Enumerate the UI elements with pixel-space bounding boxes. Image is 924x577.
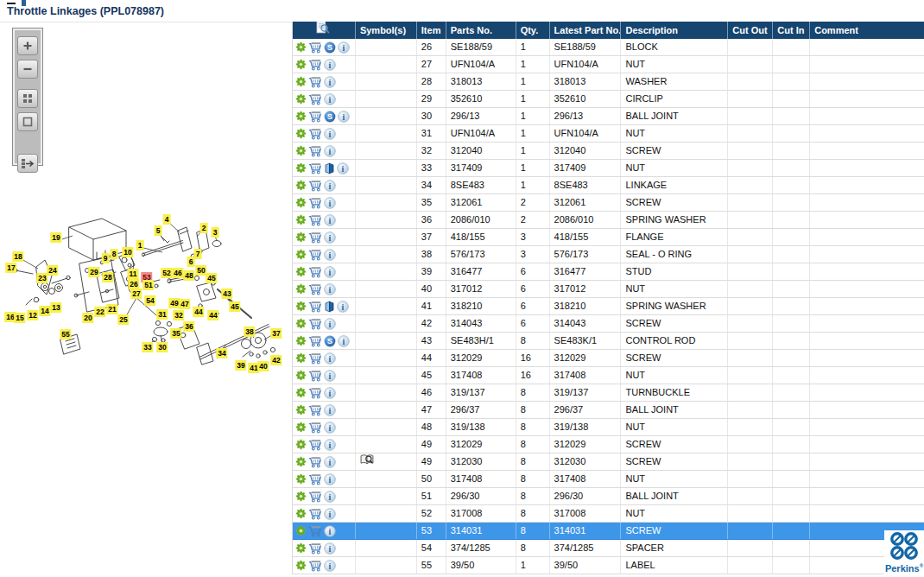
diagram-label-42[interactable]: 42	[270, 355, 282, 365]
gear-icon[interactable]	[295, 335, 307, 346]
table-row[interactable]: i283180131318013WASHER	[293, 73, 924, 91]
table-row[interactable]: i493120298312029SCREW	[293, 436, 924, 453]
cart-icon[interactable]	[308, 59, 322, 71]
gear-icon[interactable]	[295, 456, 307, 467]
cart-icon[interactable]	[308, 180, 322, 192]
cart-icon[interactable]	[308, 197, 322, 209]
gear-icon[interactable]	[295, 422, 307, 433]
diagram-label-35[interactable]: 35	[170, 328, 181, 339]
gear-icon[interactable]	[295, 404, 307, 415]
info-icon[interactable]: i	[324, 560, 336, 572]
cart-icon[interactable]	[308, 266, 322, 278]
gear-icon[interactable]	[295, 301, 307, 312]
diagram-label-29[interactable]: 29	[88, 267, 99, 277]
column-header-latest-part-no-[interactable]: Latest Part No.	[550, 22, 622, 39]
cart-icon[interactable]	[308, 473, 322, 485]
diagram-label-6[interactable]: 6	[187, 257, 195, 267]
gear-icon[interactable]	[295, 387, 307, 398]
diagram-label-36[interactable]: 36	[183, 321, 194, 332]
toggle-panel-button[interactable]	[17, 154, 38, 173]
cart-icon[interactable]	[308, 249, 322, 261]
gear-icon[interactable]	[295, 560, 307, 571]
gear-icon[interactable]	[295, 283, 307, 295]
gear-icon[interactable]	[295, 439, 307, 450]
cart-icon[interactable]	[308, 231, 322, 244]
cart-icon[interactable]	[308, 283, 322, 295]
cart-icon[interactable]	[308, 456, 322, 468]
cart-icon[interactable]	[308, 111, 322, 123]
table-row[interactable]: i403170126317012NUT	[293, 281, 924, 298]
cart-icon[interactable]	[308, 128, 322, 140]
column-header-comment[interactable]: Comment	[810, 22, 924, 39]
gear-icon[interactable]	[295, 214, 307, 225]
cart-icon[interactable]	[308, 145, 322, 157]
diagram-label-12[interactable]: 12	[27, 310, 38, 320]
diagram-label-45[interactable]: 45	[206, 273, 217, 283]
gear-icon[interactable]	[295, 162, 307, 174]
info-icon[interactable]: i	[324, 76, 336, 88]
info-icon[interactable]: i	[338, 111, 350, 123]
cart-icon[interactable]	[308, 404, 322, 416]
diagram-label-17[interactable]: 17	[5, 263, 16, 273]
diagram-label-33[interactable]: 33	[142, 342, 153, 352]
cart-icon[interactable]	[308, 370, 322, 382]
gear-icon[interactable]	[295, 370, 307, 381]
info-icon[interactable]: i	[324, 266, 336, 278]
cart-icon[interactable]	[308, 352, 322, 365]
gear-icon[interactable]	[295, 491, 307, 502]
fit-view-button[interactable]	[17, 89, 38, 108]
column-header-icon[interactable]	[293, 22, 356, 39]
diagram-label-10[interactable]: 10	[122, 247, 133, 257]
diagram-label-44[interactable]: 44	[193, 307, 204, 317]
diagram-label-13[interactable]: 13	[50, 302, 61, 313]
cart-icon[interactable]	[308, 542, 322, 555]
diagram-label-54[interactable]: 54	[144, 295, 155, 306]
diagram-label-9[interactable]: 9	[102, 253, 110, 263]
diagram-label-15[interactable]: 15	[14, 313, 25, 323]
gear-icon[interactable]	[295, 473, 307, 485]
info-icon[interactable]: i	[324, 249, 336, 261]
info-icon[interactable]: i	[324, 525, 336, 537]
diagram-label-30[interactable]: 30	[156, 342, 168, 352]
diagram-label-25[interactable]: 25	[117, 314, 129, 325]
info-icon[interactable]: i	[324, 404, 336, 416]
table-row[interactable]: i503174088317408NUT	[293, 471, 924, 488]
cart-icon[interactable]	[308, 422, 322, 434]
column-header-parts-no-[interactable]: Parts No.	[446, 22, 516, 39]
info-icon[interactable]: i	[324, 318, 336, 330]
info-icon[interactable]: i	[324, 128, 336, 140]
table-row[interactable]: i54374/12858374/1285SPACER	[293, 540, 924, 557]
table-row[interactable]: i423140436314043SCREW	[293, 315, 924, 333]
supersession-icon[interactable]: S	[324, 335, 336, 347]
diagram-label-2[interactable]: 2	[200, 223, 208, 233]
table-row[interactable]: i51296/308296/30BALL JOINT	[293, 488, 924, 505]
info-icon[interactable]: i	[324, 283, 336, 295]
diagram-label-21[interactable]: 21	[106, 304, 117, 314]
info-icon[interactable]: i	[324, 145, 336, 157]
table-row[interactable]: i293526101352610CIRCLIP	[293, 91, 924, 108]
diagram-label-23[interactable]: 23	[36, 273, 47, 283]
table-row[interactable]: i533140318314031SCREW	[293, 523, 924, 540]
gear-icon[interactable]	[295, 59, 307, 70]
column-header-cut-in[interactable]: Cut In	[773, 22, 810, 39]
cart-icon[interactable]	[308, 560, 322, 572]
zoom-in-button[interactable]	[17, 36, 38, 55]
table-row[interactable]: i393164776316477STUD	[293, 263, 924, 281]
table-row[interactable]: i5539/50139/50LABEL	[293, 557, 924, 574]
info-icon[interactable]: i	[324, 352, 336, 365]
diagram-label-11[interactable]: 11	[128, 269, 139, 279]
diagram-label-7[interactable]: 7	[194, 249, 202, 259]
gear-icon[interactable]	[295, 352, 307, 364]
diagram-label-28[interactable]: 28	[102, 272, 113, 282]
cart-icon[interactable]	[308, 76, 322, 88]
diagram-label-44[interactable]: 44	[207, 310, 218, 320]
diagram-label-51[interactable]: 51	[142, 280, 154, 290]
cart-icon[interactable]	[308, 162, 322, 174]
info-icon[interactable]: i	[324, 197, 336, 209]
column-header-qty-[interactable]: Qty.	[516, 22, 550, 39]
diagram-label-48[interactable]: 48	[183, 270, 194, 281]
diagram-label-37[interactable]: 37	[270, 328, 282, 339]
column-header-cut-out[interactable]: Cut Out	[728, 22, 773, 39]
table-row[interactable]: Si43SE483H/18SE483K/1CONTROL ROD	[293, 333, 924, 350]
diagram-label-24[interactable]: 24	[47, 265, 58, 276]
